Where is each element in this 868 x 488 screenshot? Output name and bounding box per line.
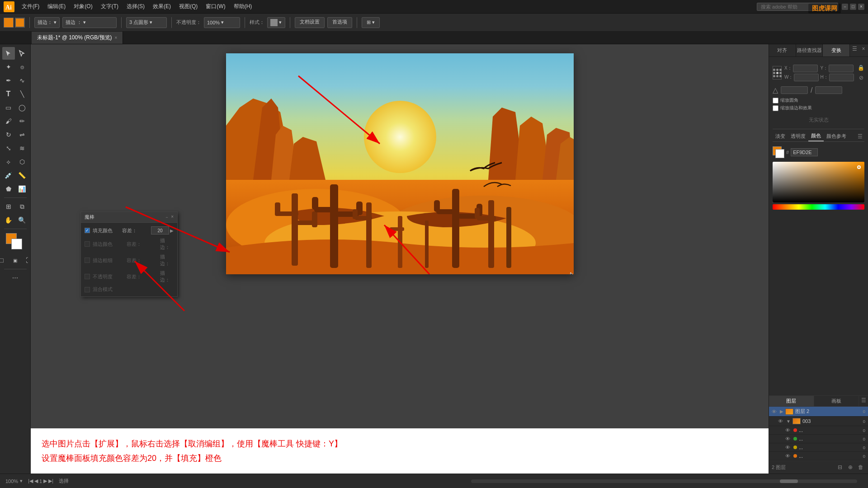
layer-orange-visibility[interactable]: 👁 [785, 453, 792, 459]
panel-pin-button[interactable]: － [165, 214, 169, 221]
gradients-tab[interactable]: 淡变 [773, 131, 788, 141]
layer-2-visibility[interactable]: 👁 [772, 409, 778, 414]
arrange-button[interactable]: ⊞ ▾ [362, 17, 380, 28]
blend-tool[interactable]: ⬟ [2, 183, 15, 195]
menu-window[interactable]: 窗口(W) [202, 1, 229, 12]
scale-strokes-checkbox[interactable] [773, 105, 778, 111]
layer-yellow-visibility[interactable]: 👁 [785, 445, 792, 450]
rotate-tool[interactable]: ↻ [2, 128, 15, 141]
window-minimize[interactable]: － [842, 4, 848, 10]
menu-effect[interactable]: 效果(E) [149, 1, 175, 12]
tab-close-button[interactable]: × [115, 35, 118, 40]
horizontal-scrollbar[interactable] [471, 479, 857, 483]
lock-proportions-button[interactable]: 🔒 [857, 63, 866, 72]
layer-item-red[interactable]: 👁 ... o [769, 426, 868, 435]
stroke-color-checkbox[interactable] [85, 241, 90, 247]
curvature-tool[interactable]: ∿ [16, 74, 28, 87]
layer-item-orange[interactable]: 👁 ... o [769, 452, 868, 460]
zoom-tool[interactable]: 🔍 [16, 214, 28, 226]
window-close[interactable]: × [858, 4, 864, 10]
canvas-wrapper[interactable]: 魔棒 － × 填充颜色 容差： ▶ [31, 44, 769, 428]
rectangle-tool[interactable]: ▭ [2, 101, 15, 114]
warp-mode-dropdown[interactable]: 描边 ： ▾ [62, 17, 117, 28]
delete-layer-button[interactable]: 🗑 [856, 463, 865, 472]
stroke-width-checkbox[interactable] [85, 258, 90, 263]
hex-color-input[interactable] [791, 148, 818, 156]
doc-settings-button[interactable]: 文档设置 [295, 17, 325, 28]
layer-003-visibility[interactable]: 👁 [778, 418, 784, 424]
warp-tool[interactable]: ≋ [16, 142, 28, 155]
normal-mode[interactable]: □ [0, 254, 8, 267]
points-dropdown[interactable]: 3 点圆形 ▾ [126, 17, 167, 28]
angle-input[interactable] [781, 86, 808, 94]
menu-help[interactable]: 帮助(H) [230, 1, 256, 12]
eyedropper-tool[interactable]: 💉 [2, 169, 15, 182]
ellipse-tool[interactable]: ◯ [16, 101, 28, 114]
panel-close-button[interactable]: × [171, 214, 174, 221]
fill-tolerance-stepper[interactable]: ▶ [151, 226, 174, 235]
magic-wand-tool[interactable]: ✦ [2, 61, 15, 73]
menu-edit[interactable]: 编辑(E) [44, 1, 69, 12]
reflect-tool[interactable]: ⇌ [16, 128, 28, 141]
layer-003-item[interactable]: 👁 ▼ 003 o [769, 417, 868, 426]
tolerance-arrow[interactable]: ▶ [170, 228, 174, 233]
opacity-checkbox[interactable] [85, 274, 90, 279]
measure-tool[interactable]: 📏 [16, 169, 28, 182]
transform-tab[interactable]: 变换 [823, 44, 850, 56]
y-input[interactable] [829, 65, 854, 72]
fill-color-checkbox[interactable] [85, 228, 90, 233]
scroll-thumb[interactable] [780, 479, 798, 483]
make-clip-mask-button[interactable]: ⊟ [835, 463, 844, 472]
artboards-tab[interactable]: 画板 [814, 396, 859, 406]
artboard-tool[interactable]: ⊞ [2, 200, 15, 213]
layers-tab[interactable]: 图层 [769, 396, 814, 406]
transform-icon-box[interactable] [773, 66, 782, 80]
hand-tool[interactable]: ✋ [2, 214, 15, 226]
align-tab[interactable]: 对齐 [769, 44, 796, 56]
perspective-tool[interactable]: ⬡ [16, 155, 28, 168]
layer-2-item[interactable]: 👁 ▶ 图层 2 o [769, 407, 868, 417]
style-dropdown[interactable]: ▾ [267, 17, 285, 28]
layer-item-yellow[interactable]: 👁 ... o [769, 443, 868, 452]
color-panel-menu[interactable]: ☰ [855, 132, 864, 141]
paintbrush-tool[interactable]: 🖌 [2, 115, 15, 127]
w-input[interactable] [794, 74, 819, 81]
layer-item-green[interactable]: 👁 ... o [769, 435, 868, 443]
layer-red-visibility[interactable]: 👁 [785, 427, 792, 433]
mask-mode[interactable]: ▣ [9, 254, 22, 267]
pencil-tool[interactable]: ✏ [16, 115, 28, 127]
color-picker-dot[interactable] [857, 165, 861, 169]
fill-swatch[interactable] [4, 18, 14, 28]
selection-tool[interactable] [2, 47, 15, 60]
fill-tolerance-input[interactable] [151, 226, 169, 235]
preferences-button[interactable]: 首选项 [327, 17, 352, 28]
hue-bar[interactable] [773, 204, 864, 210]
blend-mode-checkbox[interactable] [85, 287, 90, 292]
color-tab[interactable]: 颜色 [808, 131, 824, 141]
menu-object[interactable]: 对象(O) [70, 1, 96, 12]
panel-menu-button[interactable]: ☰ [850, 44, 859, 53]
background-color-swatch[interactable] [775, 149, 784, 158]
h-input[interactable] [829, 74, 854, 81]
free-distort-tool[interactable]: ⟡ [2, 155, 15, 168]
more-tools[interactable]: ··· [9, 272, 22, 284]
layer-2-expand[interactable]: ▶ [780, 409, 783, 414]
direct-selection-tool[interactable] [16, 47, 28, 60]
prev-button[interactable]: ◀ [34, 478, 38, 484]
panel-collapse-button[interactable]: × [859, 44, 868, 53]
fullscreen-mode[interactable]: ⛶ [23, 254, 31, 267]
pathfinder-tab[interactable]: 路径查找器 [796, 44, 823, 56]
scale-tool[interactable]: ⤡ [2, 142, 15, 155]
color-ref-tab[interactable]: 颜色参考 [824, 131, 849, 141]
x-input[interactable] [793, 65, 818, 72]
lasso-tool[interactable]: ⌾ [16, 61, 28, 73]
line-tool[interactable]: ╲ [16, 88, 28, 100]
layer-green-visibility[interactable]: 👁 [785, 436, 792, 441]
chart-tool[interactable]: 📊 [16, 183, 28, 195]
pen-tool[interactable]: ✒ [2, 74, 15, 87]
slice-tool[interactable]: ⧉ [16, 200, 28, 213]
next-last-button[interactable]: ▶| [48, 478, 53, 484]
next-button[interactable]: ▶ [43, 478, 47, 484]
document-tab[interactable]: 未标题-1* @ 100% (RGB/预览) × [32, 32, 123, 44]
type-tool[interactable]: T [2, 88, 15, 100]
